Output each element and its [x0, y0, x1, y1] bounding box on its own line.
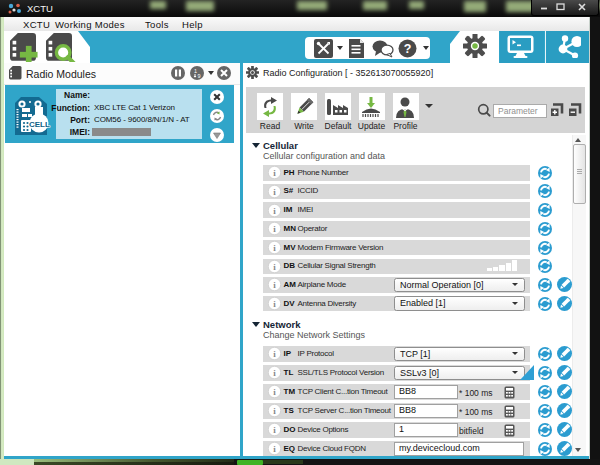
- svg-text:?: ?: [404, 42, 412, 56]
- svg-text:9: 9: [198, 73, 201, 79]
- svg-text:CELL: CELL: [29, 120, 50, 129]
